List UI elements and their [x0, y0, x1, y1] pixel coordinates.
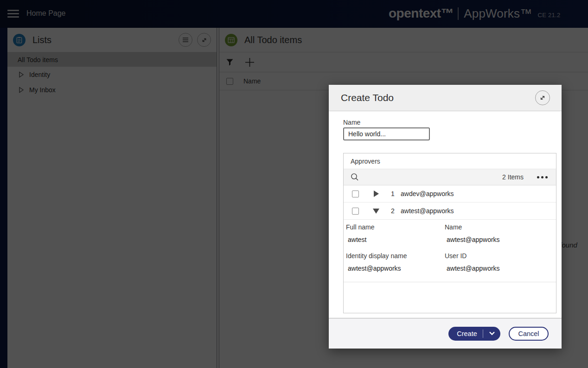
dialog-expand-button[interactable] — [535, 90, 550, 105]
detail-user-id: User ID awtest@appworks — [445, 252, 556, 281]
dialog-body: Name Approvers 2 Items 1 awdev@appworks — [329, 111, 562, 318]
more-actions-icon[interactable] — [537, 176, 548, 178]
chevron-down-icon — [489, 331, 495, 336]
approver-name: awdev@appworks — [401, 190, 454, 197]
approvers-toolbar: 2 Items — [344, 169, 556, 185]
approvers-label: Approvers — [344, 153, 556, 169]
detail-full-name: Full name awtest — [346, 223, 445, 252]
approver-name: awtest@appworks — [401, 207, 454, 215]
approvers-panel: Approvers 2 Items 1 awdev@appworks — [343, 153, 556, 313]
app-screen: Home Page opentext™ AppWorks™ CE 21.2 Li… — [0, 0, 588, 368]
items-count-label: 2 Items — [502, 173, 524, 181]
collapse-row-icon[interactable] — [373, 209, 379, 214]
create-options-dropdown[interactable] — [483, 331, 500, 336]
dialog-header: Create Todo — [329, 85, 562, 111]
create-button[interactable]: Create — [448, 327, 500, 341]
approver-details: Full name awtest Name awtest@appworks Id… — [344, 220, 556, 282]
name-field-label: Name — [343, 119, 360, 126]
detail-identity-display-name: Identity display name awtest@appworks — [346, 252, 445, 281]
detail-name: Name awtest@appworks — [445, 223, 556, 252]
cancel-button[interactable]: Cancel — [509, 327, 549, 341]
approver-row-1[interactable]: 1 awdev@appworks — [344, 185, 556, 203]
search-icon[interactable] — [351, 173, 359, 181]
dialog-footer: Create Cancel — [329, 318, 562, 349]
expand-row-icon[interactable] — [373, 190, 379, 197]
dialog-title: Create Todo — [341, 92, 394, 103]
name-input[interactable] — [343, 127, 430, 140]
row-checkbox[interactable] — [352, 190, 359, 197]
create-todo-dialog: Create Todo Name Approvers 2 Items — [329, 85, 562, 349]
expand-icon — [539, 94, 546, 102]
row-checkbox[interactable] — [352, 208, 359, 215]
approver-row-2[interactable]: 2 awtest@appworks — [344, 203, 556, 220]
